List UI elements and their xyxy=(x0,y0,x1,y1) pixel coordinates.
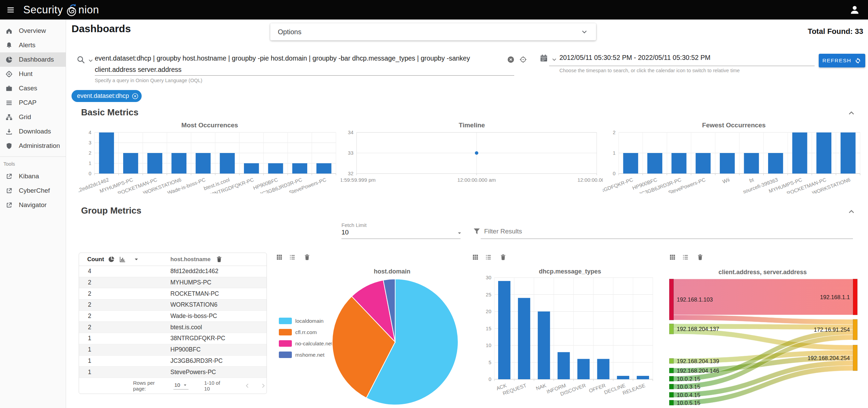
basic-metrics-row: Most Occurrences 012348fd12edd2dc1462MYH… xyxy=(79,122,866,194)
svg-text:10: 10 xyxy=(486,343,491,348)
hostname-cell: HP900BFC xyxy=(170,346,201,353)
collapse-group-metrics-icon[interactable] xyxy=(847,207,856,216)
table-row[interactable]: 2 ROCKETMAN-PC xyxy=(79,288,267,299)
trash-icon[interactable] xyxy=(216,256,223,263)
table-row[interactable]: 2 btest.is.cool xyxy=(79,322,267,333)
sidebar-item-cases[interactable]: Cases xyxy=(0,81,66,95)
sidebar-item-label: Overview xyxy=(19,27,46,35)
query-input[interactable]: event.dataset:dhcp | groupby host.hostna… xyxy=(95,53,498,75)
count-cell: 1 xyxy=(88,357,170,365)
sidebar: Overview Alerts Dashboards Hunt Cases PC… xyxy=(0,20,66,408)
sidebar-item-pcap[interactable]: PCAP xyxy=(0,95,66,110)
timerange-helper: Choose the timespan to search, or click … xyxy=(559,68,740,73)
rows-per-page-select[interactable]: 10 xyxy=(173,382,188,390)
dhcp-message-types-bar-chart[interactable]: 051015202530ACKREQUESTNAKINFORMDISCOVERO… xyxy=(481,274,657,408)
table-row[interactable]: 2 Wade-is-boss-PC xyxy=(79,311,267,322)
timerange-input[interactable]: 2012/05/11 05:30:52 PM - 2022/05/11 05:3… xyxy=(559,54,711,62)
most-occurrences-chart[interactable]: Most Occurrences 012348fd12edd2dc1462MYH… xyxy=(79,122,341,194)
table-footer: Rows per page: 10 1-10 of 10 xyxy=(79,378,267,394)
menu-icon[interactable] xyxy=(3,2,18,18)
sidebar-nav: Overview Alerts Dashboards Hunt Cases PC… xyxy=(0,24,66,153)
legend-item[interactable]: mshome.net xyxy=(279,349,333,360)
sidebar-item-downloads[interactable]: Downloads xyxy=(0,124,66,139)
options-panel[interactable]: Options xyxy=(270,23,596,40)
most-occurrences-bar-chart[interactable]: 012348fd12edd2dc1462MYHUMPS-PCROCKETMAN-… xyxy=(79,130,341,193)
sidebar-item-overview[interactable]: Overview xyxy=(0,24,66,38)
calendar-icon[interactable] xyxy=(539,53,548,63)
svg-text:25: 25 xyxy=(486,292,491,297)
top-app-bar: Security nion xyxy=(0,0,868,20)
trash-icon[interactable] xyxy=(697,254,704,261)
svg-text:12:00:00.000 am: 12:00:00.000 am xyxy=(457,177,496,183)
table-row[interactable]: 2 WORKSTATION6 xyxy=(79,299,267,311)
sidebar-tools: Kibana CyberChef Navigator xyxy=(0,169,66,212)
crosshair-icon[interactable] xyxy=(519,55,527,64)
query-history-chevron-icon[interactable] xyxy=(87,57,94,64)
fewest-occurrences-chart[interactable]: Fewest Occurrences 01238NTRGDFQKR-PCHP90… xyxy=(603,122,865,194)
sidebar-item-alerts[interactable]: Alerts xyxy=(0,38,66,52)
timeline-chart[interactable]: Timeline 32333411:59:59.999 pm12:00:00.0… xyxy=(341,122,603,194)
sidebar-tool-kibana[interactable]: Kibana xyxy=(0,169,66,183)
fetch-limit-underline xyxy=(341,239,461,239)
legend-item[interactable]: no-calculate.net xyxy=(279,338,333,349)
fetch-limit-select[interactable]: 10 xyxy=(341,229,349,236)
svg-text:38NTRGDFQKR-PC: 38NTRGDFQKR-PC xyxy=(603,177,634,193)
clear-query-icon[interactable] xyxy=(507,55,515,64)
filter-results-input[interactable] xyxy=(484,228,843,235)
bar-chart-toggle-icon[interactable] xyxy=(119,256,126,263)
sidebar-item-hunt[interactable]: Hunt xyxy=(0,67,66,81)
count-column-header[interactable]: Count xyxy=(87,256,104,263)
sidebar-tool-cyberchef[interactable]: CyberChef xyxy=(0,183,66,198)
fewest-occurrences-bar-chart[interactable]: 01238NTRGDFQKR-PCHP900BFCJC3GB6JRD3R-PCS… xyxy=(603,130,865,193)
table-row[interactable]: 1 JC3GB6JRD3R-PC xyxy=(79,356,267,367)
table-view-icon[interactable] xyxy=(669,254,676,261)
main-content: Dashboards Options Total Found: 33 event… xyxy=(66,20,868,408)
table-row[interactable]: 1 StevePowers-PC xyxy=(79,367,267,378)
target-icon xyxy=(5,70,13,78)
table-row[interactable]: 2 MYHUMPS-PC xyxy=(79,277,267,289)
filter-chip[interactable]: event.dataset:dhcp xyxy=(72,90,142,102)
list-view-icon[interactable] xyxy=(682,254,689,261)
table-row[interactable]: 1 HP900BFC xyxy=(79,344,267,356)
svg-text:10.0.3.15: 10.0.3.15 xyxy=(677,384,700,390)
chevron-down-icon xyxy=(580,28,588,36)
count-cell: 1 xyxy=(88,369,170,376)
list-view-icon[interactable] xyxy=(289,254,296,261)
list-view-icon[interactable] xyxy=(485,254,492,261)
svg-text:10.0.5.15: 10.0.5.15 xyxy=(677,400,700,406)
basic-metrics-heading: Basic Metrics xyxy=(81,107,139,118)
timeline-scatter-chart[interactable]: 32333411:59:59.999 pm12:00:00.000 am12:0… xyxy=(341,130,603,193)
sidebar-item-administration[interactable]: Administration xyxy=(0,139,66,153)
sidebar-item-dashboards[interactable]: Dashboards xyxy=(0,52,66,67)
legend-label: localdomain xyxy=(295,318,324,324)
table-view-icon[interactable] xyxy=(276,254,283,261)
trash-icon[interactable] xyxy=(500,254,507,261)
legend-item[interactable]: cfl.rr.com xyxy=(279,327,333,338)
sidebar-item-grid[interactable]: Grid xyxy=(0,110,66,124)
client-server-sankey-chart[interactable]: 192.168.1.103192.168.204.137192.168.204.… xyxy=(669,275,858,408)
hostname-column-header[interactable]: host.hostname xyxy=(170,256,210,263)
count-cell: 1 xyxy=(88,335,170,342)
table-view-icon[interactable] xyxy=(472,254,479,261)
sidebar-tool-label: Kibana xyxy=(19,173,39,180)
sort-caret-icon[interactable] xyxy=(133,256,140,263)
chip-close-icon[interactable] xyxy=(131,92,139,100)
table-row[interactable]: 1 38NTRGDFQKR-PC xyxy=(79,333,267,344)
table-row[interactable]: 4 8fd12edd2dc1462 xyxy=(79,266,267,277)
previous-page-icon[interactable] xyxy=(244,382,251,390)
next-page-icon[interactable] xyxy=(260,382,267,390)
user-avatar-icon[interactable] xyxy=(849,4,860,16)
count-cell: 1 xyxy=(88,346,170,353)
host-domain-pie-chart[interactable] xyxy=(330,277,460,407)
legend-item[interactable]: localdomain xyxy=(279,315,333,327)
bar-toolbar xyxy=(472,254,507,261)
trash-icon[interactable] xyxy=(303,254,311,261)
sidebar-tool-navigator[interactable]: Navigator xyxy=(0,198,66,212)
collapse-basic-metrics-icon[interactable] xyxy=(847,109,856,118)
refresh-button[interactable]: REFRESH xyxy=(819,54,865,67)
pie-chart-toggle-icon[interactable] xyxy=(108,256,115,263)
timerange-chevron-icon[interactable] xyxy=(551,56,558,63)
hostname-cell: 38NTRGDFQKR-PC xyxy=(170,335,225,342)
tools-section-label: Tools xyxy=(0,159,66,169)
fetch-limit-caret-icon[interactable] xyxy=(456,230,463,237)
